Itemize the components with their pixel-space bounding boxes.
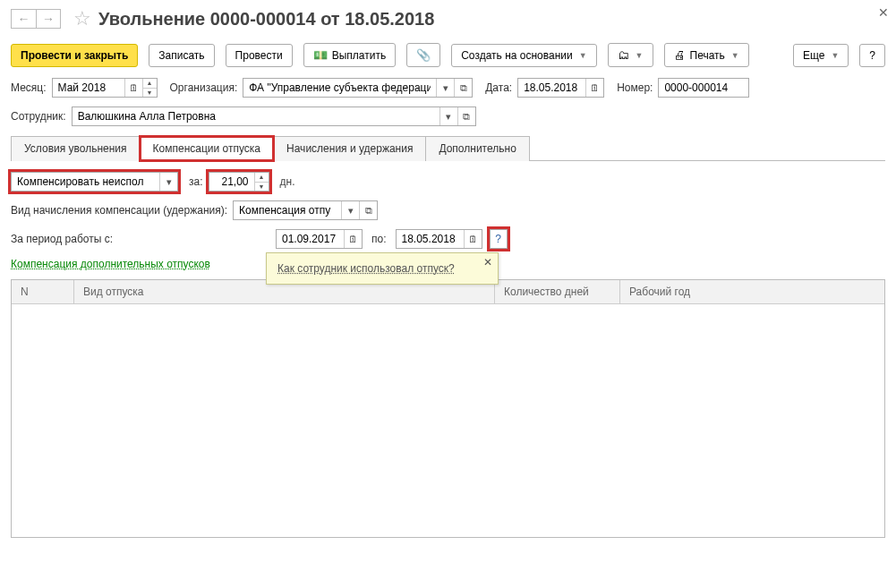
attachments-button[interactable]: 📎: [406, 43, 440, 67]
tab-additional[interactable]: Дополнительно: [425, 136, 529, 161]
compensation-type-input[interactable]: [12, 174, 159, 190]
days-field[interactable]: ▲▼: [209, 172, 269, 192]
printer-icon: 🖨: [674, 48, 686, 62]
open-icon[interactable]: ⧉: [454, 79, 472, 97]
money-icon: 💵: [313, 48, 328, 62]
open-icon[interactable]: ⧉: [359, 201, 377, 219]
toolbar: Провести и закрыть Записать Провести 💵 В…: [11, 43, 885, 67]
table-body[interactable]: [12, 304, 884, 537]
col-work-year: Рабочий год: [620, 280, 884, 303]
month-input[interactable]: [53, 80, 124, 96]
chevron-down-icon: ▼: [731, 51, 739, 60]
print-button[interactable]: 🖨 Печать ▼: [664, 43, 749, 67]
create-based-on-button[interactable]: Создать на основании ▼: [451, 44, 596, 67]
calendar-icon[interactable]: 🗓: [124, 79, 142, 97]
window-title: Увольнение 0000-000014 от 18.05.2018: [98, 9, 434, 30]
tab-dismissal-conditions[interactable]: Условия увольнения: [11, 136, 141, 161]
date-label: Дата:: [485, 81, 512, 94]
period-from-field[interactable]: 🗓: [276, 229, 363, 249]
vacation-usage-help-button[interactable]: ?: [490, 229, 508, 249]
post-and-close-button[interactable]: Провести и закрыть: [11, 44, 138, 67]
create-based-label: Создать на основании: [461, 49, 573, 62]
col-days-count: Количество дней: [495, 280, 620, 303]
accrual-type-field[interactable]: ▾ ⧉: [233, 200, 378, 220]
period-to-input[interactable]: [397, 231, 464, 247]
calendar-icon[interactable]: 🗓: [585, 79, 603, 97]
calendar-icon[interactable]: 🗓: [344, 230, 362, 248]
tab-accruals-deductions[interactable]: Начисления и удержания: [273, 136, 426, 161]
chevron-down-icon: ▼: [579, 51, 587, 60]
post-button[interactable]: Провести: [226, 44, 293, 67]
chevron-down-icon: ▼: [831, 51, 839, 60]
accrual-type-input[interactable]: [234, 202, 341, 218]
tooltip-link[interactable]: Как сотрудник использовал отпуск?: [277, 262, 455, 275]
days-suffix: дн.: [280, 175, 295, 188]
tab-vacation-compensation[interactable]: Компенсации отпуска: [140, 136, 274, 161]
dropdown-icon[interactable]: ▾: [439, 107, 457, 125]
date-field[interactable]: 🗓: [517, 78, 604, 98]
number-input[interactable]: [659, 80, 748, 96]
tooltip-close-icon[interactable]: ✕: [483, 256, 492, 268]
org-input[interactable]: [243, 80, 436, 96]
days-spinner[interactable]: ▲▼: [254, 173, 269, 191]
dropdown-icon[interactable]: ▾: [159, 173, 177, 191]
employee-input[interactable]: [73, 108, 439, 124]
dropdown-icon[interactable]: ▾: [341, 201, 359, 219]
more-button-label: Еще: [803, 49, 824, 62]
pay-button-label: Выплатить: [332, 49, 387, 62]
employee-label: Сотрудник:: [11, 110, 66, 123]
period-from-input[interactable]: [277, 231, 344, 247]
pay-button[interactable]: 💵 Выплатить: [303, 43, 397, 67]
register-button[interactable]: 🗂 ▼: [608, 43, 653, 67]
number-field[interactable]: [658, 78, 749, 98]
open-icon[interactable]: ⧉: [457, 107, 475, 125]
titlebar: ← → ☆ Увольнение 0000-000014 от 18.05.20…: [11, 7, 885, 30]
calendar-icon[interactable]: 🗓: [464, 230, 482, 248]
org-field[interactable]: ▾ ⧉: [243, 78, 473, 98]
org-label: Организация:: [170, 81, 238, 94]
save-button[interactable]: Записать: [149, 44, 214, 67]
extra-vacation-table: N Вид отпуска Количество дней Рабочий го…: [11, 279, 885, 538]
period-label: За период работы с:: [11, 233, 270, 245]
nav-forward-button[interactable]: →: [36, 9, 61, 29]
employee-field[interactable]: ▾ ⧉: [72, 107, 476, 126]
paperclip-icon: 📎: [416, 48, 431, 62]
period-to-field[interactable]: 🗓: [396, 229, 482, 249]
col-n: N: [12, 280, 74, 303]
tooltip: ✕ Как сотрудник использовал отпуск?: [266, 252, 499, 285]
register-icon: 🗂: [618, 48, 629, 62]
print-button-label: Печать: [690, 49, 725, 62]
more-button[interactable]: Еще ▼: [793, 44, 849, 67]
month-label: Месяц:: [11, 81, 47, 94]
accrual-type-label: Вид начисления компенсации (удержания):: [11, 204, 227, 217]
days-input[interactable]: [209, 174, 254, 190]
close-icon[interactable]: ✕: [878, 5, 889, 20]
month-spinner[interactable]: ▲▼: [142, 79, 157, 97]
dropdown-icon[interactable]: ▾: [436, 79, 454, 97]
nav-back-button[interactable]: ←: [11, 9, 36, 29]
compensation-type-field[interactable]: ▾: [11, 172, 178, 192]
date-input[interactable]: [518, 80, 585, 96]
chevron-down-icon: ▼: [636, 51, 644, 60]
period-to-label: по:: [371, 233, 387, 245]
month-field[interactable]: 🗓 ▲▼: [52, 78, 158, 98]
favorite-star-icon[interactable]: ☆: [73, 7, 91, 30]
help-button[interactable]: ?: [859, 44, 885, 67]
tabs: Условия увольнения Компенсации отпуска Н…: [11, 135, 885, 161]
number-label: Номер:: [617, 81, 653, 94]
extra-vacation-compensation-link[interactable]: Компенсация дополнительных отпусков: [11, 258, 210, 270]
for-label: за:: [189, 175, 203, 188]
